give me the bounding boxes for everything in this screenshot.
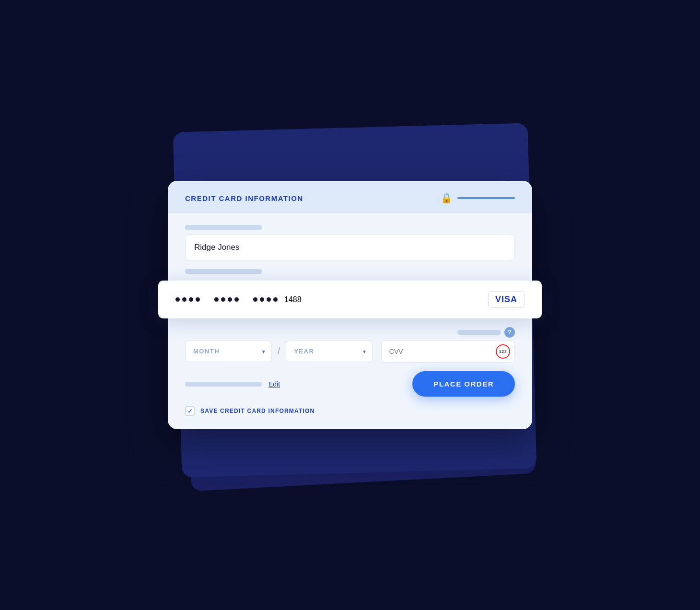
cvv-badge-icon: 123	[496, 344, 510, 359]
dot	[175, 297, 180, 302]
card-body: 1488 VISA MONTH 01 02 03	[168, 213, 532, 429]
dot-group-3	[253, 297, 278, 302]
address-section: Edit	[185, 380, 280, 388]
year-select-wrapper: YEAR 2024 2025 2026 2027 2028 ▼	[286, 340, 373, 362]
checkbox-check-icon: ✓	[187, 408, 193, 415]
expiry-section: MONTH 01 02 03 04 05 06 07 08 09 10	[185, 340, 373, 362]
save-card-label: SAVE CREDIT CARD INFORMATION	[200, 408, 315, 414]
dot	[260, 297, 264, 302]
save-card-row: ✓ SAVE CREDIT CARD INFORMATION	[185, 406, 515, 416]
expiry-spacer	[185, 327, 373, 340]
month-select-wrapper: MONTH 01 02 03 04 05 06 07 08 09 10	[185, 340, 272, 362]
payment-scene: CREDIT CARD INFORMATION 🔒	[144, 89, 556, 521]
bottom-row: Edit PLACE ORDER	[185, 371, 515, 397]
name-label-bar	[185, 225, 262, 230]
cvv-section: ? 123	[381, 327, 515, 363]
dot	[182, 297, 187, 302]
visa-logo: VISA	[488, 291, 525, 308]
dot	[253, 297, 257, 302]
dot	[273, 297, 278, 302]
address-label-bar	[185, 382, 262, 387]
card-header: CREDIT CARD INFORMATION 🔒	[168, 181, 532, 213]
card-number-row: 1488 VISA	[158, 281, 542, 318]
name-sublabel-bar	[185, 269, 262, 274]
payment-card: CREDIT CARD INFORMATION 🔒	[168, 181, 532, 429]
lock-icon: 🔒	[441, 192, 453, 204]
cvv-input-wrapper: 123	[381, 340, 515, 363]
dot	[234, 297, 239, 302]
expiry-wrapper: MONTH 01 02 03 04 05 06 07 08 09 10	[185, 327, 373, 362]
card-number-masked	[175, 297, 278, 302]
cvv-help-icon[interactable]: ?	[504, 327, 515, 338]
dot	[214, 297, 219, 302]
year-select[interactable]: YEAR 2024 2025 2026 2027 2028	[286, 340, 373, 362]
cvv-label-bar	[457, 330, 501, 335]
save-card-checkbox[interactable]: ✓	[185, 406, 195, 416]
secure-indicator: 🔒	[441, 192, 515, 204]
card-number-last4: 1488	[284, 295, 302, 304]
dot	[221, 297, 225, 302]
cvv-badge-text: 123	[499, 349, 507, 354]
name-field-wrapper	[185, 225, 515, 274]
dot-group-2	[214, 297, 239, 302]
card-header-title: CREDIT CARD INFORMATION	[185, 194, 303, 202]
dot	[228, 297, 232, 302]
month-select[interactable]: MONTH 01 02 03 04 05 06 07 08 09 10	[185, 340, 272, 362]
cvv-input[interactable]	[381, 340, 515, 363]
cardholder-name-input[interactable]	[185, 235, 515, 260]
dot	[189, 297, 193, 302]
expiry-cvv-row: MONTH 01 02 03 04 05 06 07 08 09 10	[185, 327, 515, 363]
edit-link[interactable]: Edit	[268, 380, 280, 388]
place-order-button[interactable]: PLACE ORDER	[412, 371, 515, 397]
date-slash-divider: /	[278, 346, 280, 357]
cvv-label-row: ?	[381, 327, 515, 338]
secure-line	[457, 197, 515, 199]
dot	[267, 297, 271, 302]
dot	[196, 297, 200, 302]
dot-group-1	[175, 297, 200, 302]
card-number-display: 1488	[175, 295, 302, 304]
